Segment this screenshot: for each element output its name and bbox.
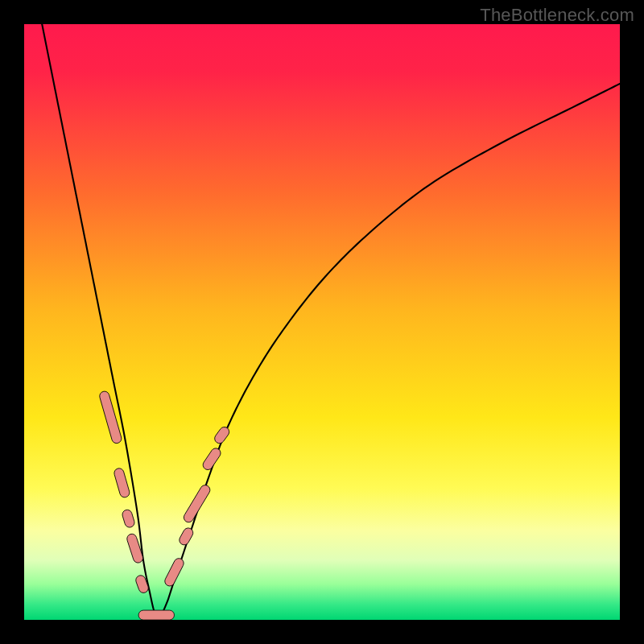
gradient-background <box>24 24 620 620</box>
watermark-text: TheBottleneck.com <box>480 5 634 26</box>
plot-svg <box>24 24 620 620</box>
outer-black-frame: TheBottleneck.com <box>0 0 644 644</box>
marker-capsule <box>138 610 174 620</box>
plot-area <box>24 24 620 620</box>
